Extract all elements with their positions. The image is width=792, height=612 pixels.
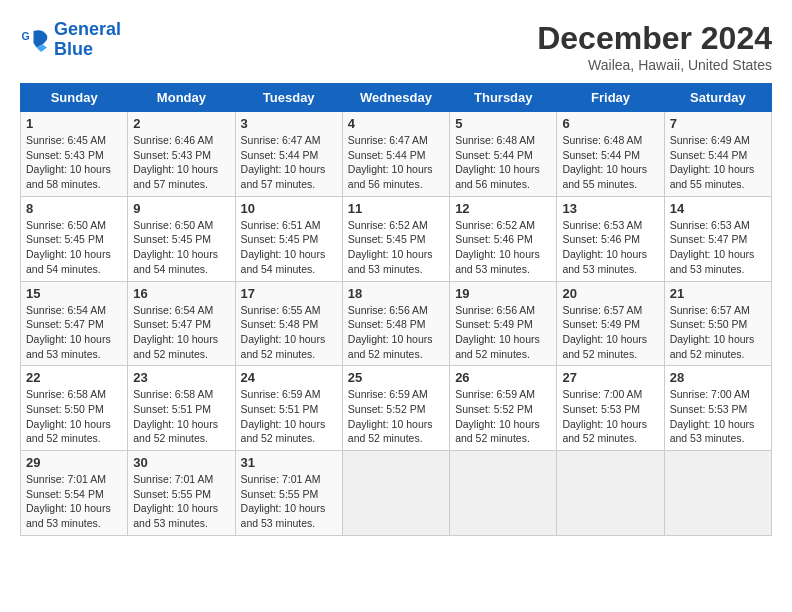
day-number: 11 (348, 201, 444, 216)
day-number: 3 (241, 116, 337, 131)
day-detail: Sunrise: 6:54 AM Sunset: 5:47 PM Dayligh… (26, 303, 122, 362)
calendar-cell: 1 Sunrise: 6:45 AM Sunset: 5:43 PM Dayli… (21, 112, 128, 197)
calendar-cell: 29 Sunrise: 7:01 AM Sunset: 5:54 PM Dayl… (21, 451, 128, 536)
day-detail: Sunrise: 6:50 AM Sunset: 5:45 PM Dayligh… (26, 218, 122, 277)
calendar-cell: 25 Sunrise: 6:59 AM Sunset: 5:52 PM Dayl… (342, 366, 449, 451)
weekday-header: Saturday (664, 84, 771, 112)
day-detail: Sunrise: 6:53 AM Sunset: 5:47 PM Dayligh… (670, 218, 766, 277)
calendar-cell: 14 Sunrise: 6:53 AM Sunset: 5:47 PM Dayl… (664, 196, 771, 281)
calendar-week-row: 22 Sunrise: 6:58 AM Sunset: 5:50 PM Dayl… (21, 366, 772, 451)
day-detail: Sunrise: 6:52 AM Sunset: 5:46 PM Dayligh… (455, 218, 551, 277)
day-number: 21 (670, 286, 766, 301)
day-number: 23 (133, 370, 229, 385)
day-number: 17 (241, 286, 337, 301)
calendar-cell: 10 Sunrise: 6:51 AM Sunset: 5:45 PM Dayl… (235, 196, 342, 281)
day-detail: Sunrise: 6:48 AM Sunset: 5:44 PM Dayligh… (562, 133, 658, 192)
day-number: 27 (562, 370, 658, 385)
calendar-cell: 31 Sunrise: 7:01 AM Sunset: 5:55 PM Dayl… (235, 451, 342, 536)
day-detail: Sunrise: 6:59 AM Sunset: 5:52 PM Dayligh… (348, 387, 444, 446)
day-detail: Sunrise: 6:56 AM Sunset: 5:48 PM Dayligh… (348, 303, 444, 362)
calendar-cell: 22 Sunrise: 6:58 AM Sunset: 5:50 PM Dayl… (21, 366, 128, 451)
day-number: 14 (670, 201, 766, 216)
calendar-cell: 21 Sunrise: 6:57 AM Sunset: 5:50 PM Dayl… (664, 281, 771, 366)
day-detail: Sunrise: 6:53 AM Sunset: 5:46 PM Dayligh… (562, 218, 658, 277)
calendar-body: 1 Sunrise: 6:45 AM Sunset: 5:43 PM Dayli… (21, 112, 772, 536)
day-number: 19 (455, 286, 551, 301)
calendar-cell: 16 Sunrise: 6:54 AM Sunset: 5:47 PM Dayl… (128, 281, 235, 366)
day-detail: Sunrise: 6:58 AM Sunset: 5:50 PM Dayligh… (26, 387, 122, 446)
day-number: 7 (670, 116, 766, 131)
weekday-header: Monday (128, 84, 235, 112)
day-number: 15 (26, 286, 122, 301)
day-detail: Sunrise: 6:54 AM Sunset: 5:47 PM Dayligh… (133, 303, 229, 362)
day-detail: Sunrise: 7:01 AM Sunset: 5:55 PM Dayligh… (133, 472, 229, 531)
calendar-cell: 11 Sunrise: 6:52 AM Sunset: 5:45 PM Dayl… (342, 196, 449, 281)
day-number: 18 (348, 286, 444, 301)
calendar-week-row: 1 Sunrise: 6:45 AM Sunset: 5:43 PM Dayli… (21, 112, 772, 197)
calendar-cell (342, 451, 449, 536)
calendar-cell: 5 Sunrise: 6:48 AM Sunset: 5:44 PM Dayli… (450, 112, 557, 197)
svg-text:G: G (22, 30, 30, 42)
calendar-cell: 12 Sunrise: 6:52 AM Sunset: 5:46 PM Dayl… (450, 196, 557, 281)
day-number: 20 (562, 286, 658, 301)
day-number: 8 (26, 201, 122, 216)
calendar-cell: 17 Sunrise: 6:55 AM Sunset: 5:48 PM Dayl… (235, 281, 342, 366)
day-detail: Sunrise: 7:01 AM Sunset: 5:54 PM Dayligh… (26, 472, 122, 531)
calendar-week-row: 29 Sunrise: 7:01 AM Sunset: 5:54 PM Dayl… (21, 451, 772, 536)
day-number: 10 (241, 201, 337, 216)
month-title: December 2024 (537, 20, 772, 57)
day-number: 31 (241, 455, 337, 470)
day-detail: Sunrise: 6:52 AM Sunset: 5:45 PM Dayligh… (348, 218, 444, 277)
day-number: 29 (26, 455, 122, 470)
calendar-cell: 4 Sunrise: 6:47 AM Sunset: 5:44 PM Dayli… (342, 112, 449, 197)
day-detail: Sunrise: 6:47 AM Sunset: 5:44 PM Dayligh… (348, 133, 444, 192)
logo-icon: G (20, 25, 50, 55)
weekday-header: Wednesday (342, 84, 449, 112)
calendar-cell: 2 Sunrise: 6:46 AM Sunset: 5:43 PM Dayli… (128, 112, 235, 197)
day-number: 1 (26, 116, 122, 131)
calendar-cell: 24 Sunrise: 6:59 AM Sunset: 5:51 PM Dayl… (235, 366, 342, 451)
day-detail: Sunrise: 6:55 AM Sunset: 5:48 PM Dayligh… (241, 303, 337, 362)
calendar-cell: 8 Sunrise: 6:50 AM Sunset: 5:45 PM Dayli… (21, 196, 128, 281)
day-detail: Sunrise: 6:59 AM Sunset: 5:52 PM Dayligh… (455, 387, 551, 446)
day-number: 22 (26, 370, 122, 385)
day-number: 5 (455, 116, 551, 131)
day-detail: Sunrise: 6:57 AM Sunset: 5:50 PM Dayligh… (670, 303, 766, 362)
day-number: 4 (348, 116, 444, 131)
day-number: 13 (562, 201, 658, 216)
logo: G General Blue (20, 20, 121, 60)
calendar-cell: 13 Sunrise: 6:53 AM Sunset: 5:46 PM Dayl… (557, 196, 664, 281)
day-detail: Sunrise: 6:56 AM Sunset: 5:49 PM Dayligh… (455, 303, 551, 362)
weekday-header: Thursday (450, 84, 557, 112)
calendar-cell: 26 Sunrise: 6:59 AM Sunset: 5:52 PM Dayl… (450, 366, 557, 451)
day-number: 12 (455, 201, 551, 216)
day-number: 28 (670, 370, 766, 385)
calendar-cell: 28 Sunrise: 7:00 AM Sunset: 5:53 PM Dayl… (664, 366, 771, 451)
day-detail: Sunrise: 6:57 AM Sunset: 5:49 PM Dayligh… (562, 303, 658, 362)
calendar-cell: 19 Sunrise: 6:56 AM Sunset: 5:49 PM Dayl… (450, 281, 557, 366)
title-area: December 2024 Wailea, Hawaii, United Sta… (537, 20, 772, 73)
calendar-cell: 15 Sunrise: 6:54 AM Sunset: 5:47 PM Dayl… (21, 281, 128, 366)
day-detail: Sunrise: 6:46 AM Sunset: 5:43 PM Dayligh… (133, 133, 229, 192)
calendar-cell: 18 Sunrise: 6:56 AM Sunset: 5:48 PM Dayl… (342, 281, 449, 366)
day-detail: Sunrise: 7:00 AM Sunset: 5:53 PM Dayligh… (670, 387, 766, 446)
calendar-cell (664, 451, 771, 536)
day-detail: Sunrise: 6:47 AM Sunset: 5:44 PM Dayligh… (241, 133, 337, 192)
weekday-header: Tuesday (235, 84, 342, 112)
day-number: 6 (562, 116, 658, 131)
day-detail: Sunrise: 7:00 AM Sunset: 5:53 PM Dayligh… (562, 387, 658, 446)
logo-text: General Blue (54, 20, 121, 60)
day-detail: Sunrise: 6:48 AM Sunset: 5:44 PM Dayligh… (455, 133, 551, 192)
calendar: SundayMondayTuesdayWednesdayThursdayFrid… (20, 83, 772, 536)
weekday-row: SundayMondayTuesdayWednesdayThursdayFrid… (21, 84, 772, 112)
day-number: 9 (133, 201, 229, 216)
calendar-cell: 27 Sunrise: 7:00 AM Sunset: 5:53 PM Dayl… (557, 366, 664, 451)
calendar-cell: 23 Sunrise: 6:58 AM Sunset: 5:51 PM Dayl… (128, 366, 235, 451)
calendar-cell: 7 Sunrise: 6:49 AM Sunset: 5:44 PM Dayli… (664, 112, 771, 197)
calendar-cell: 3 Sunrise: 6:47 AM Sunset: 5:44 PM Dayli… (235, 112, 342, 197)
day-detail: Sunrise: 6:49 AM Sunset: 5:44 PM Dayligh… (670, 133, 766, 192)
calendar-cell: 20 Sunrise: 6:57 AM Sunset: 5:49 PM Dayl… (557, 281, 664, 366)
calendar-cell: 9 Sunrise: 6:50 AM Sunset: 5:45 PM Dayli… (128, 196, 235, 281)
location: Wailea, Hawaii, United States (537, 57, 772, 73)
day-number: 24 (241, 370, 337, 385)
